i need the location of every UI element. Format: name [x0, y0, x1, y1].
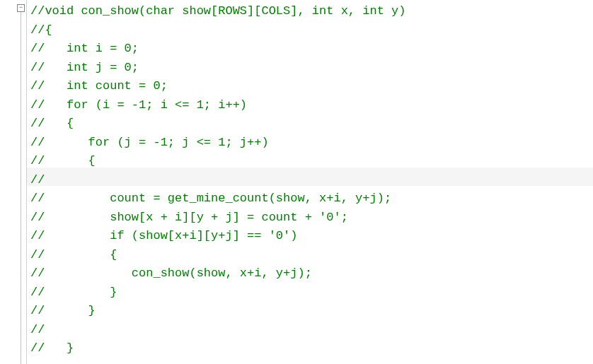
gutter: − [0, 0, 27, 364]
code-line[interactable]: //{ [30, 21, 593, 40]
code-line[interactable]: // { [30, 152, 593, 171]
code-line[interactable]: // [30, 321, 593, 340]
comment-text: // int i = 0; [30, 42, 139, 55]
fold-line-wrap [0, 12, 26, 364]
comment-text: // for (i = -1; i <= 1; i++) [30, 98, 247, 112]
comment-text: // } [30, 286, 117, 299]
comment-text: // [30, 173, 45, 187]
code-area[interactable]: //void con_show(char show[ROWS][COLS], i… [27, 0, 593, 364]
comment-text: //void con_show(char show[ROWS][COLS], i… [30, 4, 406, 18]
code-line[interactable]: // [30, 171, 593, 190]
code-line[interactable]: // con_show(show, x+i, y+j); [30, 264, 593, 283]
comment-text: // { [30, 117, 74, 130]
code-line[interactable]: // count = get_mine_count(show, x+i, y+j… [30, 189, 593, 209]
code-line[interactable]: // if (show[x+i][y+j] == '0') [30, 227, 593, 246]
code-line[interactable]: // int j = 0; [30, 59, 593, 78]
code-line[interactable]: // } [30, 302, 593, 321]
comment-text: // [30, 323, 45, 336]
code-line[interactable]: // } [30, 283, 593, 303]
code-line[interactable]: //void con_show(char show[ROWS][COLS], i… [30, 2, 593, 21]
comment-text: // int count = 0; [30, 79, 168, 93]
comment-text: // count = get_mine_count(show, x+i, y+j… [30, 192, 391, 205]
comment-text: // con_show(show, x+i, y+j); [30, 266, 312, 280]
code-lines: //void con_show(char show[ROWS][COLS], i… [30, 2, 593, 358]
code-line[interactable]: // int i = 0; [30, 40, 593, 59]
comment-text: //{ [30, 23, 52, 37]
fold-toggle-icon[interactable]: − [17, 4, 25, 12]
code-line[interactable]: // show[x + i][y + j] = count + '0'; [30, 209, 593, 228]
comment-text: // int j = 0; [30, 61, 139, 74]
comment-text: // { [30, 154, 96, 168]
comment-text: // show[x + i][y + j] = count + '0'; [30, 211, 348, 224]
comment-text: // for (j = -1; j <= 1; j++) [30, 136, 269, 149]
gutter-content: − [0, 0, 26, 364]
fold-guide-line [21, 12, 21, 364]
code-editor: − //void con_show(char show[ROWS][COLS],… [0, 0, 593, 364]
comment-text: // } [30, 341, 74, 355]
code-line[interactable]: // for (j = -1; j <= 1; j++) [30, 134, 593, 153]
code-line[interactable]: // } [30, 339, 593, 358]
comment-text: // { [30, 248, 117, 262]
code-line[interactable]: // { [30, 115, 593, 134]
comment-text: // if (show[x+i][y+j] == '0') [30, 229, 297, 242]
comment-text: // } [30, 304, 96, 317]
code-line[interactable]: // { [30, 246, 593, 265]
code-line[interactable]: // for (i = -1; i <= 1; i++) [30, 96, 593, 115]
code-line[interactable]: // int count = 0; [30, 77, 593, 96]
